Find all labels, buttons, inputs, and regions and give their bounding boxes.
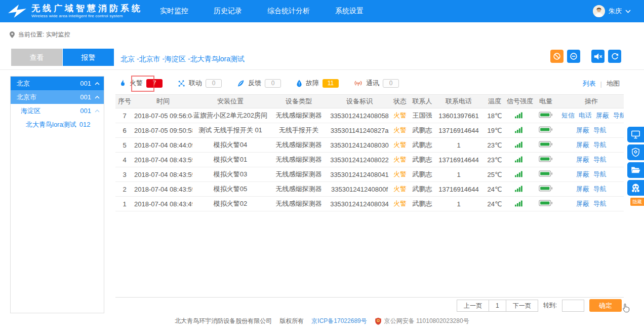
filter-fire-alarm[interactable]: 火警 7 — [119, 79, 163, 88]
nav-settings[interactable]: 系统设置 — [335, 7, 364, 16]
cell-status: 火警 — [390, 138, 410, 153]
cell-temperature: 24℃ — [483, 197, 506, 211]
pagination-bar: 上一页 1 下一页 转到: 确定 — [115, 297, 624, 313]
tree-item-haidian[interactable]: 海淀区 001 — [11, 104, 104, 118]
minus-circle-button[interactable] — [567, 50, 580, 63]
battery-icon — [539, 186, 553, 193]
cell-phone: 13601397661 — [434, 108, 483, 123]
icp-link[interactable]: 京ICP备17022689号 — [311, 317, 367, 325]
action-mask[interactable]: 屏蔽 — [576, 200, 589, 207]
list-view-toggle[interactable]: 列表 — [583, 79, 596, 88]
hide-toolbar-button[interactable]: 隐藏 — [630, 198, 644, 206]
cell-device-type: 无线感烟探测器 — [268, 138, 329, 153]
confirm-button[interactable]: 确定 — [589, 299, 622, 312]
tree-item-beijing[interactable]: 北京 001 — [11, 77, 104, 90]
table-row[interactable]: 5 2018-07-04 08:44:09 模拟火警04 无线感烟探测器 335… — [115, 138, 624, 153]
tab-alarm[interactable]: 报警 — [63, 49, 114, 66]
table-row[interactable]: 1 2018-07-04 08:43:49 模拟火警02 无线感烟探测器 335… — [115, 197, 624, 211]
action-mask[interactable]: 屏蔽 — [576, 126, 589, 134]
cell-location: 模拟火警05 — [192, 182, 268, 197]
action-navigate[interactable]: 导航 — [593, 200, 607, 207]
action-mask[interactable]: 屏蔽 — [596, 112, 609, 119]
chevron-up-icon — [95, 96, 100, 99]
cell-battery — [533, 182, 559, 197]
filter-linkage[interactable]: 联动 0 — [178, 79, 222, 88]
refresh-button[interactable] — [608, 50, 621, 63]
cell-location: 模拟火警01 — [192, 153, 268, 167]
current-page[interactable]: 1 — [489, 300, 506, 312]
nav-statistics[interactable]: 综合统计分析 — [267, 7, 310, 16]
cell-battery — [533, 108, 559, 123]
monitor-tool-button[interactable] — [627, 127, 644, 142]
action-navigate[interactable]: 导航 — [593, 170, 607, 178]
cell-phone: 13716914644 — [434, 153, 483, 167]
action-navigate[interactable]: 导航 — [613, 112, 624, 119]
action-mask[interactable]: 屏蔽 — [576, 185, 589, 193]
linkage-icon — [178, 80, 185, 87]
table-body: 7 2018-07-05 09:56:04 蓝旗营小区2单元202房间 无线感烟… — [115, 108, 624, 211]
table-header-row: 序号 时间 安装位置 设备类型 设备标识 状态 联系人 联系电话 温度 信号强度… — [115, 95, 624, 108]
folder-tool-button[interactable] — [627, 162, 644, 178]
alarm-table: 序号 时间 安装位置 设备类型 设备标识 状态 联系人 联系电话 温度 信号强度… — [115, 94, 624, 211]
action-sms[interactable]: 短信 — [561, 112, 575, 119]
ban-icon — [553, 52, 561, 60]
refresh-icon — [611, 53, 619, 60]
row-actions: 屏蔽导航 — [559, 138, 624, 153]
cell-device-id: 3353012412408041 — [329, 167, 390, 182]
cell-phone: 13716914644 — [434, 123, 483, 138]
police-record: 京公网安备 11010802023280号 — [375, 317, 469, 325]
action-call[interactable]: 电话 — [579, 112, 592, 119]
filter-feedback[interactable]: 反馈 0 — [237, 79, 281, 88]
alarm-filter-bar: 火警 7 联动 0 反馈 0 故障 11 通讯 0 — [115, 75, 624, 91]
shield-gear-tool-button[interactable] — [627, 144, 644, 160]
action-mask[interactable]: 屏蔽 — [576, 141, 589, 149]
nav-realtime-monitor[interactable]: 实时监控 — [160, 7, 188, 16]
minus-circle-icon — [570, 52, 578, 60]
ban-button[interactable] — [550, 50, 564, 63]
table-row[interactable]: 4 2018-07-04 08:43:59 模拟火警01 无线感烟探测器 335… — [115, 153, 624, 167]
cell-contact: 武鹏志 — [410, 197, 434, 211]
cell-signal — [506, 167, 533, 182]
action-mask[interactable]: 屏蔽 — [576, 156, 589, 163]
table-row[interactable]: 7 2018-07-05 09:56:04 蓝旗营小区2单元202房间 无线感烟… — [115, 108, 624, 123]
map-view-toggle[interactable]: 地图 — [607, 79, 620, 88]
user-menu[interactable]: 朱庆 — [593, 5, 631, 17]
cell-location: 模拟火警03 — [192, 167, 268, 182]
next-page-button[interactable]: 下一页 — [506, 300, 538, 312]
col-temperature: 温度 — [483, 95, 506, 108]
tree-item-label: 北大青鸟lora测试 — [26, 120, 76, 129]
filter-fault[interactable]: 故障 11 — [296, 79, 339, 88]
filter-communication[interactable]: 通讯 0 — [354, 79, 399, 88]
tree-item-lora-test[interactable]: 北大青鸟lora测试 012 — [11, 118, 104, 131]
col-phone: 联系电话 — [434, 95, 483, 108]
action-navigate[interactable]: 导航 — [593, 156, 607, 163]
filter-label: 火警 — [130, 79, 143, 88]
tree-item-label: 北京 — [17, 79, 30, 88]
mute-button[interactable] — [591, 50, 605, 63]
mute-icon — [594, 53, 602, 60]
table-row[interactable]: 2 2018-07-04 08:43:59 模拟火警05 无线感烟探测器 335… — [115, 182, 624, 197]
cell-battery — [533, 153, 559, 167]
nav-history[interactable]: 历史记录 — [214, 7, 242, 16]
cell-contact: 武鹏志 — [410, 167, 434, 182]
battery-icon — [539, 156, 553, 164]
gas-mask-tool-button[interactable] — [627, 180, 644, 196]
police-record-text: 京公网安备 11010802023280号 — [384, 317, 469, 325]
tree-item-count: 012 — [79, 121, 91, 128]
col-contact: 联系人 — [410, 95, 434, 108]
cell-device-id: 3353012412408034 — [329, 197, 390, 211]
cell-battery — [533, 167, 559, 182]
cell-location: 模拟火警02 — [192, 197, 268, 211]
main-panel: 火警 7 联动 0 反馈 0 故障 11 通讯 0 列表 | 地图 — [115, 75, 624, 313]
action-mask[interactable]: 屏蔽 — [576, 170, 589, 178]
tab-view[interactable]: 查看 — [11, 49, 62, 66]
table-row[interactable]: 6 2018-07-05 09:50:58 测试 无线手报开关 01 无线手报开… — [115, 123, 624, 138]
action-navigate[interactable]: 导航 — [593, 141, 607, 149]
action-navigate[interactable]: 导航 — [593, 185, 607, 193]
cell-temperature: 19℃ — [483, 123, 506, 138]
prev-page-button[interactable]: 上一页 — [457, 300, 489, 312]
tree-item-beijing-city[interactable]: 北京市 001 — [11, 90, 104, 104]
action-navigate[interactable]: 导航 — [593, 126, 607, 134]
table-row[interactable]: 3 2018-07-04 08:43:59 模拟火警03 无线感烟探测器 335… — [115, 167, 624, 182]
goto-page-input[interactable] — [562, 300, 584, 312]
